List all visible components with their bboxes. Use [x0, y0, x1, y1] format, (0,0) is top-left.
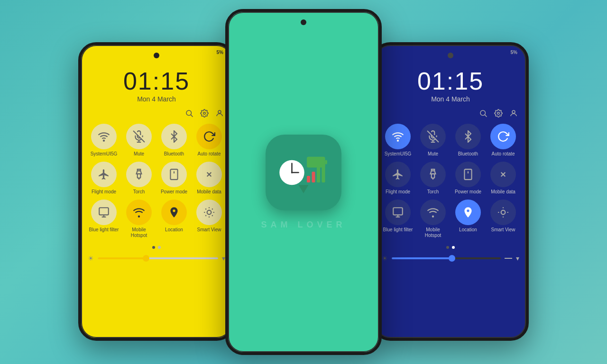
phone-left: 5% 01:15 Mon 4 March SystemUI5G — [78, 42, 235, 341]
chevron-down-left[interactable]: ▾ — [222, 255, 225, 262]
label-power-right: Power mode — [455, 189, 481, 195]
brightness-bar-left[interactable]: ☀ ▾ — [81, 253, 232, 264]
svg-rect-40 — [393, 208, 403, 215]
status-bar-left: 5% — [217, 50, 223, 55]
brightness-low-icon-left: ☀ — [88, 255, 94, 262]
toggle-hotspot-left[interactable]: Mobile Hotspot — [124, 200, 154, 238]
label-autorotate-left: Auto rotate — [198, 151, 221, 157]
svg-rect-22 — [312, 172, 315, 182]
brightness-fill-right — [392, 257, 452, 259]
label-system5g-left: SystemUI5G — [91, 151, 118, 157]
dot-2-right — [452, 246, 455, 249]
label-location-right: Location — [459, 227, 477, 233]
toggle-system5g-right[interactable]: SystemUI5G — [383, 124, 413, 157]
toggle-torch-right[interactable]: Torch — [418, 162, 448, 195]
dot-2-left — [158, 246, 161, 249]
label-smartview-right: Smart View — [491, 227, 515, 233]
svg-point-30 — [497, 112, 500, 115]
label-mute-right: Mute — [428, 151, 438, 157]
label-flight-right: Flight mode — [386, 189, 410, 195]
phone-center: SAM LOVER — [225, 9, 382, 355]
toggle-mute-left[interactable]: Mute — [124, 124, 154, 157]
svg-rect-10 — [170, 169, 177, 180]
brightness-fill-left — [98, 257, 146, 259]
label-bluetooth-right: Bluetooth — [458, 151, 478, 157]
label-mute-left: Mute — [134, 151, 144, 157]
toggle-location-left[interactable]: Location — [159, 200, 189, 238]
toggle-bluetooth-right[interactable]: Bluetooth — [453, 124, 483, 157]
settings-icon-left[interactable] — [200, 109, 209, 118]
center-content: SAM LOVER — [228, 12, 379, 352]
settings-icon-right[interactable] — [494, 109, 503, 118]
label-location-left: Location — [165, 227, 183, 233]
brightness-track-right[interactable] — [392, 257, 501, 259]
toggle-mobiledata-left[interactable]: Mobile data — [194, 162, 224, 195]
label-autorotate-right: Auto rotate — [492, 151, 515, 157]
user-icon-right[interactable] — [509, 109, 518, 118]
toggle-location-right[interactable]: Location — [453, 200, 483, 238]
phone-right: 5% 01:15 Mon 4 March SystemUI5G — [372, 42, 529, 341]
svg-rect-25 — [307, 156, 325, 167]
toggle-system5g-left[interactable]: SystemUI5G — [89, 124, 119, 157]
label-bluelight-right: Blue light filter — [383, 227, 413, 233]
label-power-left: Power mode — [161, 189, 187, 195]
toggle-autorotate-left[interactable]: Auto rotate — [194, 124, 224, 157]
toggle-bluelight-right[interactable]: Blue light filter — [383, 200, 413, 238]
label-smartview-left: Smart View — [197, 227, 221, 233]
label-bluetooth-left: Bluetooth — [164, 151, 184, 157]
svg-point-2 — [203, 112, 206, 115]
toggle-smartview-left[interactable]: Smart View — [194, 200, 224, 238]
camera-right — [448, 53, 453, 58]
brightness-thumb-left — [143, 255, 149, 262]
brightness-bar-right[interactable]: ☀ ▾ — [375, 253, 526, 264]
toggle-bluelight-left[interactable]: Blue light filter — [89, 200, 119, 238]
search-icon-right[interactable] — [478, 109, 488, 118]
svg-rect-38 — [464, 169, 471, 180]
svg-rect-12 — [99, 208, 109, 215]
toggle-power-right[interactable]: Power mode — [453, 162, 483, 195]
toggle-mobiledata-right[interactable]: Mobile data — [488, 162, 518, 195]
status-bar-right: 5% — [511, 50, 517, 55]
camera-center — [301, 19, 306, 25]
toggle-torch-left[interactable]: Torch — [124, 162, 154, 195]
icons-toolbar-right — [375, 103, 526, 120]
clock-date-left: Mon 4 March — [81, 95, 232, 103]
page-dots-right — [375, 242, 526, 253]
dot-1-left — [152, 246, 155, 249]
app-icon-large — [266, 135, 341, 210]
svg-rect-36 — [432, 174, 435, 178]
label-torch-left: Torch — [133, 189, 145, 195]
label-hotspot-right: Mobile Hotspot — [418, 227, 448, 238]
svg-marker-27 — [298, 185, 308, 193]
search-icon-left[interactable] — [184, 109, 194, 118]
user-icon-left[interactable] — [215, 109, 224, 118]
toggle-mute-right[interactable]: Mute — [418, 124, 448, 157]
label-system5g-right: SystemUI5G — [385, 151, 412, 157]
svg-point-15 — [138, 216, 139, 217]
svg-point-43 — [432, 216, 433, 217]
toggle-hotspot-right[interactable]: Mobile Hotspot — [418, 200, 448, 238]
toggle-power-left[interactable]: Power mode — [159, 162, 189, 195]
icons-toolbar-left — [81, 103, 232, 120]
brightness-thumb-right — [449, 255, 455, 262]
svg-rect-23 — [317, 166, 320, 182]
svg-line-29 — [485, 115, 487, 117]
svg-point-3 — [218, 110, 221, 113]
svg-point-31 — [512, 110, 515, 113]
brightness-track-left[interactable] — [98, 257, 218, 259]
toggle-smartview-right[interactable]: Smart View — [488, 200, 518, 238]
clock-time-right: 01:15 — [375, 69, 526, 93]
svg-point-0 — [186, 110, 192, 116]
toggle-bluetooth-left[interactable]: Bluetooth — [159, 124, 189, 157]
camera-left — [154, 53, 159, 58]
chevron-down-right[interactable]: ▾ — [516, 255, 519, 262]
toggle-grid-right: SystemUI5G Mute Bluetooth — [375, 120, 526, 242]
phones-container: 5% 01:15 Mon 4 March SystemUI5G — [0, 0, 607, 364]
toggle-autorotate-right[interactable]: Auto rotate — [488, 124, 518, 157]
toggle-flight-right[interactable]: Flight mode — [383, 162, 413, 195]
toggle-flight-left[interactable]: Flight mode — [89, 162, 119, 195]
minus-icon-right — [505, 258, 512, 259]
toggle-grid-left: SystemUI5G Mute Bluetooth — [81, 120, 232, 242]
label-torch-right: Torch — [427, 189, 439, 195]
dot-1-right — [446, 246, 449, 249]
